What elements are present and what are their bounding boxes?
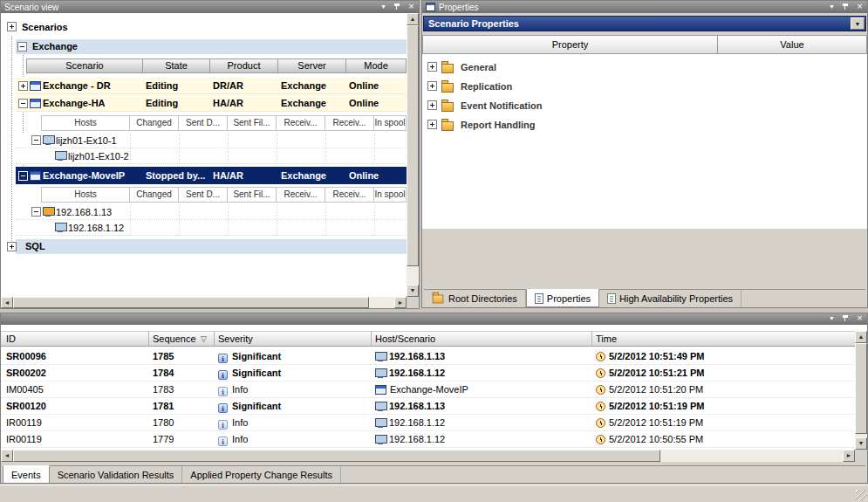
scroll-left-icon[interactable]: ◄: [1, 450, 13, 462]
scroll-down-icon[interactable]: ▼: [855, 437, 867, 450]
tab-applied-property-change-results[interactable]: Applied Property Change Results: [182, 466, 341, 484]
resize-grip[interactable]: [856, 490, 867, 501]
collapse-icon[interactable]: [18, 99, 28, 108]
event-row[interactable]: IR00119 1779 Info 192.168.1.12 5/2/2012 …: [1, 431, 855, 448]
panel-menu-icon[interactable]: ▼: [826, 2, 837, 12]
column-header-hosts[interactable]: Hosts: [41, 187, 130, 203]
vertical-scrollbar[interactable]: ▲ ▼: [407, 13, 419, 297]
event-row[interactable]: IR00119 1780 Info 192.168.1.12 5/2/2012 …: [1, 415, 855, 431]
event-id: IR00119: [1, 415, 149, 430]
pin-icon[interactable]: [392, 2, 403, 12]
column-header-sent-files[interactable]: Sent Fil...: [228, 115, 277, 131]
collapse-icon[interactable]: [17, 42, 27, 52]
tab-scenario-validation-results[interactable]: Scenario Validation Results: [50, 466, 183, 484]
column-header-received-data[interactable]: Receiv...: [277, 187, 325, 203]
chevron-down-icon[interactable]: ▼: [851, 17, 865, 30]
expand-icon[interactable]: [427, 81, 437, 91]
expand-icon[interactable]: [427, 62, 437, 72]
column-header-scenario[interactable]: Scenario: [26, 58, 143, 73]
close-icon[interactable]: ×: [854, 2, 865, 12]
horizontal-scrollbar[interactable]: ◄ ►: [1, 450, 855, 462]
tab-high-availability-properties[interactable]: High Availability Properties: [599, 290, 742, 307]
tab-root-directories[interactable]: Root Directories: [424, 290, 526, 307]
column-header-sent-data[interactable]: Sent D...: [179, 115, 228, 131]
column-header-state[interactable]: State: [143, 58, 210, 73]
tree-item-scenarios[interactable]: Scenarios: [1, 20, 407, 34]
scrollbar-thumb[interactable]: [855, 343, 867, 434]
scroll-left-icon[interactable]: ◄: [1, 297, 13, 308]
column-header-value[interactable]: Value: [718, 35, 867, 54]
close-icon[interactable]: ×: [854, 313, 865, 324]
collapse-icon[interactable]: [31, 135, 41, 145]
column-header-changed[interactable]: Changed: [130, 187, 179, 203]
column-header-received-data[interactable]: Receiv...: [277, 115, 325, 131]
property-group-general[interactable]: General: [422, 58, 867, 77]
event-row[interactable]: SR00202 1784 Significant 192.168.1.12 5/…: [1, 365, 855, 382]
column-header-sequence[interactable]: Sequence ▽: [149, 331, 215, 347]
host-row-replica[interactable]: 192.168.1.12: [16, 220, 407, 236]
close-icon[interactable]: ×: [406, 2, 417, 12]
property-group-event-notification[interactable]: Event Notification: [422, 97, 867, 115]
collapse-icon[interactable]: [31, 207, 41, 217]
panel-menu-icon[interactable]: ▼: [378, 2, 389, 12]
host-row-replica[interactable]: lijzh01-Ex10-2: [16, 148, 407, 164]
scenario-view-panel: Scenario view ▼ × Scenarios Exchange Sce…: [0, 0, 420, 309]
column-header-received-files[interactable]: Receiv...: [325, 115, 374, 131]
tab-properties[interactable]: Properties: [526, 289, 599, 307]
expand-icon[interactable]: [427, 100, 437, 110]
tree-item-sql-group[interactable]: SQL: [1, 239, 407, 254]
event-host: 192.168.1.13: [372, 398, 592, 414]
scroll-right-icon[interactable]: ►: [843, 450, 855, 462]
column-header-host-scenario[interactable]: Host/Scenario: [372, 331, 592, 347]
tree-item-exchange-group[interactable]: Exchange: [1, 39, 407, 54]
scrollbar-thumb[interactable]: [13, 297, 369, 308]
scrollbar-thumb[interactable]: [13, 450, 660, 462]
event-row[interactable]: SR00120 1781 Significant 192.168.1.13 5/…: [1, 398, 855, 415]
expand-icon[interactable]: [427, 120, 437, 129]
column-header-mode[interactable]: Mode: [346, 58, 407, 73]
scenario-icon: [30, 171, 41, 181]
collapse-icon[interactable]: [18, 171, 28, 181]
scenario-row-exchange-ha[interactable]: Exchange-HA Editing HA/AR Exchange Onlin…: [16, 95, 407, 112]
properties-selector[interactable]: Scenario Properties ▼: [423, 16, 866, 31]
property-group-replication[interactable]: Replication: [422, 78, 867, 96]
column-header-server[interactable]: Server: [278, 58, 346, 73]
host-row-master[interactable]: 192.168.1.13: [16, 204, 407, 220]
vertical-scrollbar[interactable]: ▲ ▼: [855, 331, 867, 450]
column-header-sent-files[interactable]: Sent Fil...: [228, 187, 277, 203]
column-header-severity[interactable]: Severity: [215, 331, 372, 347]
property-group-report-handling[interactable]: Report Handling: [422, 116, 867, 134]
event-row[interactable]: SR00096 1785 Significant 192.168.1.13 5/…: [1, 348, 855, 365]
events-table-header: ID Sequence ▽ Severity Host/Scenario Tim…: [1, 331, 855, 347]
horizontal-scrollbar[interactable]: ◄ ►: [1, 297, 407, 308]
pin-icon[interactable]: [840, 313, 851, 324]
scroll-up-icon[interactable]: ▲: [855, 331, 867, 343]
column-header-product[interactable]: Product: [210, 58, 278, 73]
column-header-sent-data[interactable]: Sent D...: [179, 187, 228, 203]
pin-icon[interactable]: [840, 2, 851, 12]
expand-icon[interactable]: [7, 242, 17, 251]
column-header-id[interactable]: ID: [1, 331, 149, 347]
host-row-master[interactable]: lijzh01-Ex10-1: [16, 133, 407, 148]
severity-info-icon: [218, 420, 228, 430]
expand-icon[interactable]: [7, 22, 17, 31]
tab-events[interactable]: Events: [3, 465, 50, 484]
scenario-row-exchange-moveip[interactable]: Exchange-MoveIP Stopped by... HA/AR Exch…: [16, 167, 407, 184]
scroll-right-icon[interactable]: ►: [394, 297, 407, 308]
column-header-hosts[interactable]: Hosts: [41, 115, 130, 131]
panel-menu-icon[interactable]: ▼: [826, 313, 837, 324]
tab-label: High Availability Properties: [619, 293, 733, 304]
column-header-in-spool[interactable]: In spool: [374, 115, 407, 131]
scenario-row-exchange-dr[interactable]: Exchange - DR Editing DR/AR Exchange Onl…: [16, 78, 407, 94]
scrollbar-thumb[interactable]: [407, 25, 419, 266]
expand-icon[interactable]: [18, 81, 28, 91]
event-row[interactable]: IM00405 1783 Info Exchange-MoveIP 5/2/20…: [1, 382, 855, 398]
scroll-down-icon[interactable]: ▼: [407, 285, 419, 297]
event-id: SR00120: [1, 398, 149, 414]
column-header-property[interactable]: Property: [422, 35, 718, 54]
scroll-up-icon[interactable]: ▲: [407, 13, 419, 25]
column-header-in-spool[interactable]: In spool: [374, 187, 407, 203]
column-header-time[interactable]: Time: [592, 331, 855, 347]
column-header-changed[interactable]: Changed: [130, 115, 179, 131]
column-header-received-files[interactable]: Receiv...: [325, 187, 374, 203]
